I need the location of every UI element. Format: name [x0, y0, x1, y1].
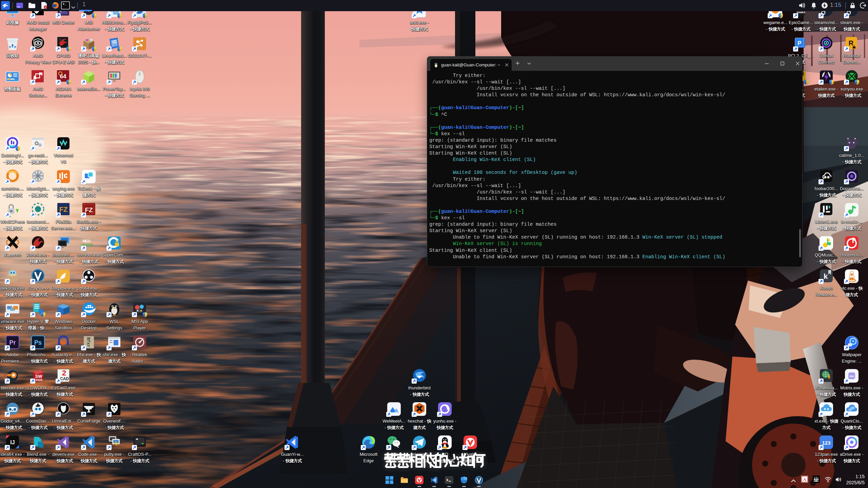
svg-text:A: A — [803, 477, 806, 482]
